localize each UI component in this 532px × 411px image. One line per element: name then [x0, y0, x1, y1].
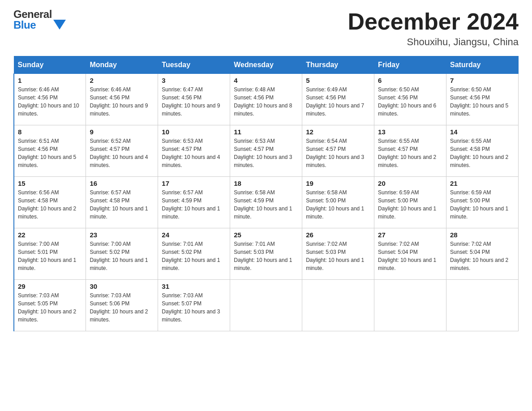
day-info: Sunrise: 6:54 AMSunset: 4:57 PMDaylight:…	[306, 138, 364, 168]
calendar-day-cell: 25Sunrise: 7:01 AMSunset: 5:03 PMDayligh…	[230, 228, 302, 280]
calendar-day-cell: 29Sunrise: 7:03 AMSunset: 5:05 PMDayligh…	[14, 280, 86, 331]
day-number: 11	[234, 128, 298, 136]
calendar-day-cell: 7Sunrise: 6:50 AMSunset: 4:56 PMDaylight…	[446, 74, 519, 125]
calendar-day-cell: 9Sunrise: 6:52 AMSunset: 4:57 PMDaylight…	[86, 125, 158, 177]
day-number: 25	[234, 231, 298, 239]
calendar-week-row: 15Sunrise: 6:56 AMSunset: 4:58 PMDayligh…	[14, 177, 519, 228]
col-header-wednesday: Wednesday	[230, 56, 302, 74]
day-info: Sunrise: 7:01 AMSunset: 5:02 PMDaylight:…	[162, 241, 220, 271]
calendar-day-cell: 22Sunrise: 7:00 AMSunset: 5:01 PMDayligh…	[14, 228, 86, 280]
day-info: Sunrise: 6:49 AMSunset: 4:56 PMDaylight:…	[306, 86, 364, 117]
calendar-day-cell: 12Sunrise: 6:54 AMSunset: 4:57 PMDayligh…	[302, 125, 374, 177]
col-header-saturday: Saturday	[446, 56, 519, 74]
day-info: Sunrise: 6:59 AMSunset: 5:00 PMDaylight:…	[378, 189, 436, 220]
logo-blue: Blue	[13, 20, 52, 30]
calendar-day-cell: 11Sunrise: 6:53 AMSunset: 4:57 PMDayligh…	[230, 125, 302, 177]
day-number: 16	[90, 180, 154, 187]
day-number: 28	[450, 231, 515, 239]
calendar-week-row: 8Sunrise: 6:51 AMSunset: 4:56 PMDaylight…	[14, 125, 519, 177]
day-number: 21	[450, 180, 515, 187]
day-number: 18	[234, 180, 298, 187]
col-header-thursday: Thursday	[302, 56, 374, 74]
day-info: Sunrise: 6:55 AMSunset: 4:58 PMDaylight:…	[450, 138, 508, 168]
day-info: Sunrise: 6:48 AMSunset: 4:56 PMDaylight:…	[234, 86, 292, 117]
location: Shouxihu, Jiangsu, China	[348, 36, 519, 48]
calendar-day-cell: 8Sunrise: 6:51 AMSunset: 4:56 PMDaylight…	[14, 125, 86, 177]
day-number: 3	[162, 77, 226, 84]
calendar-day-cell: 21Sunrise: 6:59 AMSunset: 5:00 PMDayligh…	[446, 177, 519, 228]
calendar-day-cell: 30Sunrise: 7:03 AMSunset: 5:06 PMDayligh…	[86, 280, 158, 331]
day-info: Sunrise: 6:57 AMSunset: 4:59 PMDaylight:…	[162, 189, 220, 220]
logo-general: General	[13, 9, 52, 20]
day-info: Sunrise: 6:53 AMSunset: 4:57 PMDaylight:…	[162, 138, 220, 168]
day-number: 26	[306, 231, 370, 239]
day-info: Sunrise: 7:03 AMSunset: 5:06 PMDaylight:…	[90, 292, 148, 323]
calendar-week-row: 1Sunrise: 6:46 AMSunset: 4:56 PMDaylight…	[14, 74, 519, 125]
day-info: Sunrise: 6:51 AMSunset: 4:56 PMDaylight:…	[18, 138, 76, 168]
day-number: 5	[306, 77, 370, 84]
col-header-sunday: Sunday	[14, 56, 86, 74]
calendar-day-cell: 1Sunrise: 6:46 AMSunset: 4:56 PMDaylight…	[14, 74, 86, 125]
calendar-header: SundayMondayTuesdayWednesdayThursdayFrid…	[14, 56, 519, 74]
title-block: December 2024 Shouxihu, Jiangsu, China	[348, 9, 519, 48]
calendar-day-cell: 15Sunrise: 6:56 AMSunset: 4:58 PMDayligh…	[14, 177, 86, 228]
day-number: 30	[90, 283, 154, 290]
day-info: Sunrise: 6:58 AMSunset: 4:59 PMDaylight:…	[234, 189, 292, 220]
day-info: Sunrise: 7:03 AMSunset: 5:05 PMDaylight:…	[18, 292, 76, 323]
day-info: Sunrise: 7:02 AMSunset: 5:04 PMDaylight:…	[450, 241, 508, 271]
day-number: 7	[450, 77, 515, 84]
calendar-day-cell: 4Sunrise: 6:48 AMSunset: 4:56 PMDaylight…	[230, 74, 302, 125]
col-header-friday: Friday	[374, 56, 446, 74]
calendar-day-cell: 6Sunrise: 6:50 AMSunset: 4:56 PMDaylight…	[374, 74, 446, 125]
day-number: 27	[378, 231, 442, 239]
day-info: Sunrise: 6:59 AMSunset: 5:00 PMDaylight:…	[450, 189, 508, 220]
logo-triangle-icon	[53, 20, 66, 30]
day-number: 20	[378, 180, 442, 187]
day-info: Sunrise: 6:50 AMSunset: 4:56 PMDaylight:…	[450, 86, 508, 117]
day-number: 4	[234, 77, 298, 84]
day-number: 1	[18, 77, 82, 84]
day-number: 23	[90, 231, 154, 239]
day-info: Sunrise: 7:03 AMSunset: 5:07 PMDaylight:…	[162, 292, 220, 323]
day-number: 22	[18, 231, 82, 239]
calendar-day-cell	[374, 280, 446, 331]
day-number: 8	[18, 128, 82, 136]
calendar-day-cell: 26Sunrise: 7:02 AMSunset: 5:03 PMDayligh…	[302, 228, 374, 280]
day-number: 2	[90, 77, 154, 84]
day-number: 24	[162, 231, 226, 239]
calendar-day-cell	[230, 280, 302, 331]
calendar-day-cell: 31Sunrise: 7:03 AMSunset: 5:07 PMDayligh…	[158, 280, 230, 331]
calendar-day-cell: 28Sunrise: 7:02 AMSunset: 5:04 PMDayligh…	[446, 228, 519, 280]
col-header-tuesday: Tuesday	[158, 56, 230, 74]
day-number: 10	[162, 128, 226, 136]
calendar-day-cell: 16Sunrise: 6:57 AMSunset: 4:58 PMDayligh…	[86, 177, 158, 228]
day-info: Sunrise: 6:58 AMSunset: 5:00 PMDaylight:…	[306, 189, 364, 220]
calendar-day-cell: 20Sunrise: 6:59 AMSunset: 5:00 PMDayligh…	[374, 177, 446, 228]
day-info: Sunrise: 6:46 AMSunset: 4:56 PMDaylight:…	[18, 86, 79, 117]
calendar-day-cell: 2Sunrise: 6:46 AMSunset: 4:56 PMDaylight…	[86, 74, 158, 125]
calendar-day-cell: 13Sunrise: 6:55 AMSunset: 4:57 PMDayligh…	[374, 125, 446, 177]
month-title: December 2024	[348, 9, 519, 34]
day-info: Sunrise: 7:00 AMSunset: 5:01 PMDaylight:…	[18, 241, 76, 271]
day-number: 19	[306, 180, 370, 187]
calendar-day-cell	[446, 280, 519, 331]
logo: General Blue	[13, 9, 66, 30]
calendar-day-cell: 5Sunrise: 6:49 AMSunset: 4:56 PMDaylight…	[302, 74, 374, 125]
day-info: Sunrise: 6:50 AMSunset: 4:56 PMDaylight:…	[378, 86, 436, 117]
calendar-day-cell: 10Sunrise: 6:53 AMSunset: 4:57 PMDayligh…	[158, 125, 230, 177]
calendar-day-cell	[302, 280, 374, 331]
calendar-day-cell: 14Sunrise: 6:55 AMSunset: 4:58 PMDayligh…	[446, 125, 519, 177]
calendar-day-cell: 27Sunrise: 7:02 AMSunset: 5:04 PMDayligh…	[374, 228, 446, 280]
day-number: 15	[18, 180, 82, 187]
page-header: General Blue December 2024 Shouxihu, Jia…	[13, 9, 519, 48]
day-number: 13	[378, 128, 442, 136]
calendar-day-cell: 17Sunrise: 6:57 AMSunset: 4:59 PMDayligh…	[158, 177, 230, 228]
day-info: Sunrise: 6:46 AMSunset: 4:56 PMDaylight:…	[90, 86, 148, 117]
calendar-day-cell: 18Sunrise: 6:58 AMSunset: 4:59 PMDayligh…	[230, 177, 302, 228]
calendar-day-cell: 24Sunrise: 7:01 AMSunset: 5:02 PMDayligh…	[158, 228, 230, 280]
day-number: 14	[450, 128, 515, 136]
calendar-day-cell: 23Sunrise: 7:00 AMSunset: 5:02 PMDayligh…	[86, 228, 158, 280]
calendar-day-cell: 3Sunrise: 6:47 AMSunset: 4:56 PMDaylight…	[158, 74, 230, 125]
day-info: Sunrise: 7:01 AMSunset: 5:03 PMDaylight:…	[234, 241, 292, 271]
calendar-table: SundayMondayTuesdayWednesdayThursdayFrid…	[13, 56, 519, 331]
